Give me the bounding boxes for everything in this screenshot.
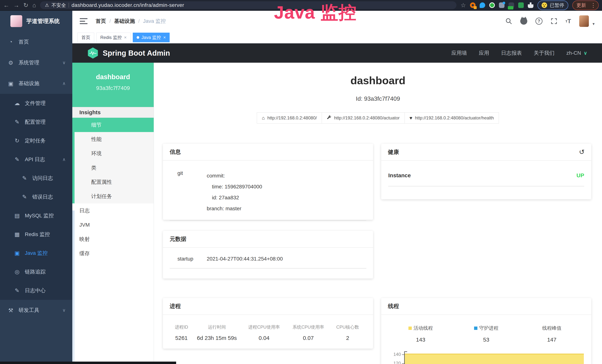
sba-nav-journal[interactable]: 日志报表 [501, 50, 522, 57]
subnav-config-props[interactable]: 配置属性 [75, 175, 154, 189]
insights-group: 细节 性能 环境 类 配置属性 计划任务 [72, 118, 154, 203]
edit-icon: ✎ [13, 156, 21, 163]
sidebar-item-scheduled-tasks[interactable]: ↻ 定时任务 [0, 131, 72, 150]
breadcrumb-section[interactable]: 基础设施 [114, 18, 135, 25]
sba-brand[interactable]: Spring Boot Admin [103, 49, 170, 57]
extension-icon[interactable] [518, 2, 524, 8]
font-size-icon[interactable]: тT [566, 18, 571, 25]
sidebar-item-config-management[interactable]: ✎ 配置管理 [0, 113, 72, 131]
sidebar-item-java-monitor[interactable]: ▣ Java 监控 [0, 244, 72, 262]
sidebar-item-log-center[interactable]: ✎ 日志中心 [0, 281, 72, 300]
health-history-icon[interactable]: ↺ [579, 148, 585, 156]
sidebar-item-dev-tools[interactable]: ⚒ 研发工具 ∨ [0, 300, 72, 321]
threads-card: 线程 活动线程 守护进程 线程峰值 [381, 298, 591, 364]
scrollbar[interactable] [72, 211, 75, 364]
threads-chart: 140 120 100 [388, 350, 585, 364]
tab-redis-monitor[interactable]: Redis 监控 × [97, 33, 130, 42]
info-card: 信息 git commit: time: 1596289704000 id: 2… [163, 144, 373, 220]
extension-icon[interactable] [489, 2, 495, 8]
user-avatar[interactable] [579, 15, 589, 27]
metadata-card: 元数据 startup 2021-04-27T00:44:31.254+08:0… [163, 231, 373, 278]
search-icon[interactable] [505, 18, 512, 24]
github-icon[interactable] [520, 18, 527, 25]
status-badge: UP [576, 172, 584, 179]
home-icon[interactable]: ⌂ [32, 2, 36, 8]
sidebar-item-system-management[interactable]: ⚙ 系统管理 ∨ [0, 52, 72, 73]
breadcrumb-separator: / [138, 18, 140, 24]
y-axis-tick-label: 140 [388, 352, 401, 357]
subnav-caches[interactable]: 缓存 [72, 246, 154, 260]
sba-language-selector[interactable]: zh-CN ∨ [566, 50, 587, 56]
back-icon[interactable]: ← [3, 2, 9, 8]
subnav-mappings[interactable]: 映射 [72, 232, 154, 246]
breadcrumb-home[interactable]: 首页 [96, 18, 106, 25]
sidebar-item-redis-monitor[interactable]: ▦ Redis 监控 [0, 225, 72, 244]
startup-value: 2021-04-27T00:44:31.254+08:00 [207, 256, 283, 262]
subnav-classes[interactable]: 类 [75, 161, 154, 175]
subnav-logging[interactable]: 日志 [72, 203, 154, 218]
help-icon[interactable]: ? [536, 18, 542, 25]
service-url-button[interactable]: ⌂ http://192.168.0.2:48080/ [257, 112, 322, 124]
sidebar-item-infrastructure[interactable]: ▣ 基础设施 ∧ [0, 73, 72, 94]
sidebar-item-error-logs[interactable]: ✎ 错误日志 [0, 187, 72, 206]
bookmark-star-icon[interactable]: ☆ [461, 2, 466, 8]
monitor-icon: ▣ [13, 250, 21, 256]
edit-icon: ✎ [13, 119, 21, 125]
process-card-title: 进程 [163, 298, 373, 315]
git-commit-details: commit: time: 1596289704000 id: 27aa832 … [207, 170, 262, 214]
collapse-sidebar-icon[interactable] [80, 18, 87, 24]
edit-icon: ✎ [21, 193, 28, 200]
forward-icon[interactable]: → [13, 2, 19, 8]
health-url-button[interactable]: ♥ http://192.168.0.2:48080/actuator/heal… [405, 112, 499, 124]
chevron-down-icon: ∨ [62, 308, 66, 313]
divider [69, 3, 69, 8]
not-secure-warning-icon: ⚠ [45, 3, 49, 8]
extension-icon[interactable] [470, 2, 475, 8]
sba-nav-applications[interactable]: 应用 [479, 50, 489, 57]
subnav-jvm[interactable]: JVM [72, 218, 154, 232]
avatar-caret-icon[interactable]: ▾ [592, 21, 595, 26]
axis-tick-mark [402, 354, 404, 355]
cloud-upload-icon: ☁ [13, 100, 21, 107]
sba-nav-about[interactable]: 关于我们 [534, 50, 555, 57]
wrench-icon [327, 115, 332, 121]
sidebar-item-file-management[interactable]: ☁ 文件管理 [0, 94, 72, 113]
legend-live-threads: 活动线程 [388, 325, 453, 331]
close-tab-icon[interactable]: × [163, 35, 166, 40]
instance-name: dashboard [72, 73, 154, 81]
live-threads-area-series [405, 353, 584, 364]
fullscreen-icon[interactable] [551, 18, 557, 24]
actuator-url-button[interactable]: http://192.168.0.2:48080/actuator [322, 112, 405, 124]
heartbeat-icon: ♥ [409, 115, 412, 121]
browser-menu-icon[interactable]: ⋮ [591, 2, 596, 9]
address-bar[interactable]: ⚠ 不安全 dashboard.yudao.iocoder.cn/infra/a… [40, 1, 456, 9]
reload-icon[interactable]: ↻ [23, 2, 28, 8]
subnav-environment[interactable]: 环境 [75, 146, 154, 161]
sidebar-item-access-logs[interactable]: ✎ 访问日志 [0, 169, 72, 187]
server-icon: ▤ [13, 212, 21, 219]
subnav-details[interactable]: 细节 [72, 118, 154, 132]
puzzle-extensions-icon[interactable] [528, 2, 533, 8]
tab-home[interactable]: 首页 [77, 33, 94, 42]
threads-legend: 活动线程 守护进程 线程峰值 [388, 325, 585, 331]
chrome-update-button[interactable]: 更新 ⋮ [572, 0, 599, 10]
close-tab-icon[interactable]: × [124, 35, 127, 40]
subnav-metrics[interactable]: 性能 [75, 132, 154, 146]
profile-paused-chip[interactable]: 已暂停 [538, 0, 568, 10]
tab-java-monitor[interactable]: Java 监控 × [133, 33, 170, 42]
app-logo[interactable]: 芋道管理系统 [0, 11, 72, 32]
health-instance-row[interactable]: Instance UP [388, 161, 584, 186]
metadata-card-title: 元数据 [163, 231, 373, 248]
health-card: 健康 ↺ Instance UP [381, 144, 591, 199]
extension-icon[interactable] [480, 2, 485, 8]
subnav-scheduled-tasks[interactable]: 计划任务 [75, 189, 154, 203]
sidebar-item-mysql-monitor[interactable]: ▤ MySQL 监控 [0, 206, 72, 225]
extension-icon[interactable] [509, 2, 514, 8]
sba-nav-wallboard[interactable]: 应用墙 [452, 50, 467, 57]
instance-sidebar: dashboard 93a3fc7f7409 Insights 细节 性能 环境… [72, 63, 154, 364]
sidebar-item-home[interactable]: ◔ 首页 [0, 32, 72, 52]
sidebar-item-tracing[interactable]: ◎ 链路追踪 [0, 262, 72, 281]
process-table-values: 5261 6d 23h 15m 59s 0.04 0.07 2 [170, 335, 366, 341]
extension-icon[interactable] [499, 2, 505, 8]
sidebar-item-api-logs[interactable]: ✎ API 日志 ∧ [0, 150, 72, 169]
